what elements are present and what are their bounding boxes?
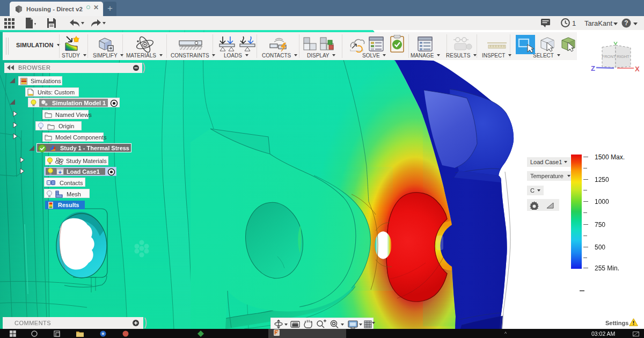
svg-text:FRONT: FRONT [602,54,616,59]
svg-text:Z: Z [591,64,595,72]
svg-text:X: X [635,65,640,73]
svg-text:RIGHT: RIGHT [617,54,630,59]
svg-text:?: ? [624,19,628,27]
